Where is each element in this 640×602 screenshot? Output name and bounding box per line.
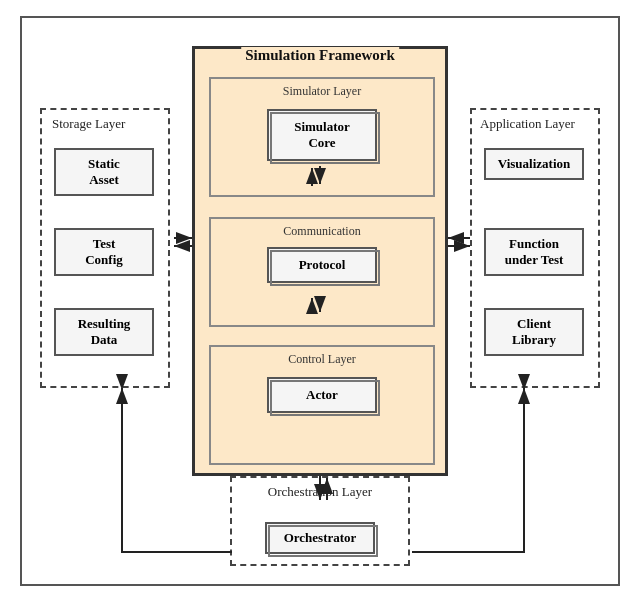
simulation-framework-box: Simulation Framework Simulator Layer Sim… xyxy=(192,46,448,476)
orchestrator-box: Orchestrator xyxy=(265,522,375,554)
storage-layer-label: Storage Layer xyxy=(52,116,125,132)
protocol-box: Protocol xyxy=(267,247,377,283)
application-layer-label: Application Layer xyxy=(480,116,575,132)
simulator-layer-label: Simulator Layer xyxy=(283,84,361,99)
storage-layer-box: Storage Layer StaticAsset TestConfig Res… xyxy=(40,108,170,388)
test-config-box: TestConfig xyxy=(54,228,154,276)
resulting-data-box: ResultingData xyxy=(54,308,154,356)
orchestration-layer-box: Orchestration Layer Orchestrator xyxy=(230,476,410,566)
actor-box: Actor xyxy=(267,377,377,413)
application-layer-box: Application Layer Visualization Function… xyxy=(470,108,600,388)
control-layer-label: Control Layer xyxy=(288,352,356,367)
orchestration-label: Orchestration Layer xyxy=(268,484,372,500)
communication-label: Communication xyxy=(283,224,360,239)
sim-framework-label: Simulation Framework xyxy=(241,47,399,64)
communication-layer-box: Communication Protocol xyxy=(209,217,435,327)
visualization-box: Visualization xyxy=(484,148,584,180)
static-asset-box: StaticAsset xyxy=(54,148,154,196)
diagram-container: Storage Layer StaticAsset TestConfig Res… xyxy=(20,16,620,586)
simulator-core-box: SimulatorCore xyxy=(267,109,377,161)
control-layer-box: Control Layer Actor xyxy=(209,345,435,465)
client-library-box: ClientLibrary xyxy=(484,308,584,356)
function-under-test-box: Functionunder Test xyxy=(484,228,584,276)
simulator-layer-box: Simulator Layer SimulatorCore xyxy=(209,77,435,197)
